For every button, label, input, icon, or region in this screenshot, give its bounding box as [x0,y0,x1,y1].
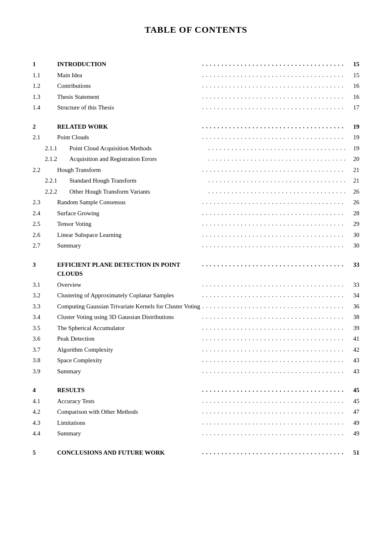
toc-number: 4 [33,386,57,395]
toc-page: 30 [347,230,359,240]
toc-page: 15 [347,60,359,69]
toc-dots [202,165,345,174]
toc-number: 3.9 [33,367,57,376]
toc-number: 3.6 [33,334,57,344]
toc-page: 47 [347,407,359,417]
toc-label: Linear Subspace Learning [57,230,200,240]
toc-page: 39 [347,323,359,333]
toc-label: Thesis Statement [57,92,200,102]
toc-label: Space Complexity [57,356,200,365]
toc-dots [202,366,345,376]
toc-number: 3.4 [33,312,57,322]
toc-entry-2-1: 2.1Point Clouds19 [33,133,359,142]
toc-dots [208,154,345,163]
toc-number: 3.2 [33,291,57,300]
toc-dots [208,143,345,153]
toc-entry-3-7: 3.7Algorithm Complexity42 [33,345,359,355]
toc-label: Limitations [57,418,200,428]
toc-label: The Spherical Accumulator [57,323,200,333]
toc-page: 21 [347,176,359,185]
toc-label: RELATED WORK [57,122,200,132]
toc-entry-2-2.2: 2.2.2Other Hough Transform Variants26 [33,187,359,196]
toc-label: Overview [57,280,200,290]
toc-dots [202,355,345,365]
toc-label: Clustering of Approximately Coplanar Sam… [57,291,200,300]
toc-label: Surface Growing [57,209,200,218]
toc-page: 49 [347,418,359,428]
toc-page: 43 [347,356,359,365]
toc-entry-5: 5CONCLUSIONS AND FUTURE WORK51 [33,448,359,457]
toc-page: 34 [347,291,359,300]
toc-number: 1.1 [33,71,57,80]
toc-label: Contributions [57,81,200,91]
toc-entry-2-2: 2.2Hough Transform21 [33,165,359,175]
toc-number: 2 [33,122,57,132]
toc-page: 29 [347,219,359,229]
toc-number: 1.3 [33,92,57,102]
toc-number: 2.1.1 [45,144,69,153]
toc-dots [202,241,345,250]
toc-page: 17 [347,103,359,112]
toc-dots [202,59,345,69]
toc-number: 2.3 [33,198,57,207]
toc-number: 3.8 [33,356,57,365]
toc-entry-4: 4RESULTS45 [33,386,359,395]
toc-label: Standard Hough Transform [69,176,207,185]
toc-entry-1-2: 1.2Contributions16 [33,81,359,91]
toc-dots [202,290,345,300]
toc-dots [202,81,345,90]
toc-label: Tensor Voting [57,219,200,229]
toc-number: 4.4 [33,429,57,438]
toc-number: 3.7 [33,345,57,355]
toc-dots [202,219,345,228]
toc-entry-3-6: 3.6Peak Detection41 [33,334,359,344]
toc-entry-4-3: 4.3Limitations49 [33,418,359,428]
toc-number: 1.4 [33,103,57,112]
toc-dots [202,407,345,416]
toc-label: INTRODUCTION [57,60,200,69]
toc-page: 49 [347,429,359,438]
toc-number: 2.1.2 [45,154,69,164]
toc-label: Main Idea [57,71,200,80]
toc-number: 2.4 [33,209,57,218]
toc-dots [202,122,345,131]
toc-dots [202,385,345,395]
toc-entry-2-3: 2.3Random Sample Consensus26 [33,198,359,207]
toc-page: 36 [347,302,359,311]
toc-dots [202,312,345,321]
toc-dots [202,280,345,289]
toc-number: 2.7 [33,241,57,250]
toc-label: Summary [57,367,200,376]
toc-dots [202,323,345,332]
toc-number: 2.2.1 [45,176,69,185]
toc-entry-1-1: 1.1Main Idea15 [33,71,359,80]
toc-label: Random Sample Consensus [57,198,200,207]
toc-number: 2.5 [33,219,57,229]
toc-page: 19 [347,144,359,153]
toc-dots [202,132,345,142]
toc-label: EFFICIENT PLANE DETECTION IN POINT CLOUD… [57,260,200,279]
toc-page: 20 [347,154,359,164]
toc-number: 3.3 [33,302,57,311]
toc-page: 30 [347,241,359,250]
toc-entry-2-2.1: 2.2.1Standard Hough Transform21 [33,176,359,185]
toc-number: 5 [33,448,57,457]
toc-entry-2: 2RELATED WORK19 [33,122,359,132]
toc-page: 15 [347,71,359,80]
toc-number: 2.2.2 [45,187,69,196]
toc-dots [202,230,345,239]
toc-label: RESULTS [57,386,200,395]
toc-number: 4.3 [33,418,57,428]
toc-entry-4-4: 4.4Summary49 [33,429,359,438]
toc-entry-3-5: 3.5The Spherical Accumulator39 [33,323,359,333]
toc-number: 2.2 [33,165,57,175]
toc-label: Algorithm Complexity [57,345,200,355]
toc-number: 2.6 [33,230,57,240]
toc-entry-1-4: 1.4Structure of this Thesis17 [33,103,359,112]
toc-dots [202,260,345,269]
toc-entry-2-1.1: 2.1.1Point Cloud Acquisition Methods19 [33,144,359,153]
toc-page: 16 [347,92,359,102]
toc-entry-3-8: 3.8Space Complexity43 [33,356,359,365]
toc-number: 3 [33,260,57,270]
toc-page: 45 [347,386,359,395]
